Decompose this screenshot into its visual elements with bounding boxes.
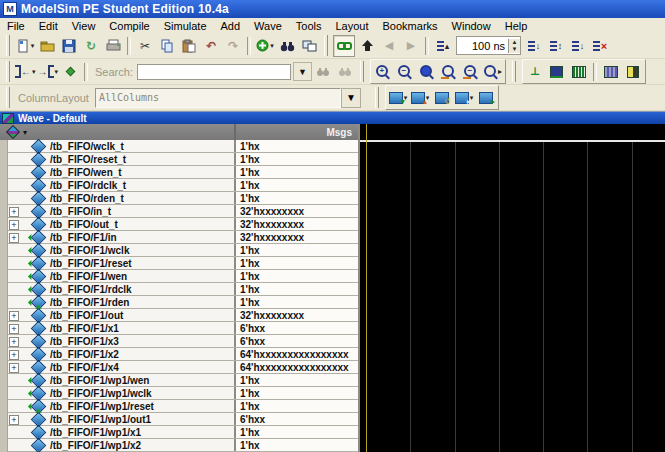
wave-edge-button[interactable]: ⊥ (525, 62, 545, 82)
restart-button[interactable]: ▴ (433, 36, 453, 56)
zoom-full-button[interactable] (417, 62, 437, 82)
wave-partial-button[interactable] (623, 62, 643, 82)
reload-button[interactable]: ↻ (81, 36, 101, 56)
menu-item-add[interactable]: Add (214, 20, 248, 32)
wave-dense-button[interactable] (569, 62, 589, 82)
add-selected-caret-icon[interactable]: ▾ (270, 42, 274, 50)
signal-row[interactable]: +/tb_FIFO/in_t32'hxxxxxxxx (0, 205, 358, 218)
menu-item-bookmarks[interactable]: Bookmarks (376, 20, 445, 32)
waveform-canvas[interactable] (360, 124, 665, 452)
copy-button[interactable] (157, 36, 177, 56)
search-input[interactable] (137, 64, 291, 80)
signal-row[interactable]: /tb_FIFO/F1/wp1/x21'hx (0, 439, 358, 452)
column-layout-value[interactable]: AllColumns (95, 88, 341, 108)
signal-row[interactable]: /tb_FIFO/F1/wp1/reset1'hx (0, 400, 358, 413)
toolbar-gripper[interactable] (6, 61, 10, 82)
signal-row[interactable]: /tb_FIFO/F1/rden1'hx (0, 296, 358, 309)
zoom-in-button[interactable]: + (373, 62, 393, 82)
signal-row[interactable]: +/tb_FIFO/F1/wp1/out16'hxx (0, 413, 358, 426)
column-layout-dropdown-button[interactable]: ▼ (341, 88, 361, 108)
time-cursor[interactable] (366, 124, 367, 452)
toolbar-gripper[interactable] (6, 35, 10, 56)
signal-row[interactable]: /tb_FIFO/F1/wclk1'hx (0, 244, 358, 257)
undo-button[interactable]: ↶ (201, 36, 221, 56)
redo-button[interactable]: ↷ (223, 36, 243, 56)
print-button[interactable] (103, 36, 123, 56)
menu-item-window[interactable]: Window (445, 20, 498, 32)
menu-item-help[interactable]: Help (498, 20, 535, 32)
menu-item-compile[interactable]: Compile (102, 20, 156, 32)
collapse-time-button[interactable]: ▸ (476, 88, 496, 108)
toolbar-gripper[interactable] (324, 35, 328, 56)
menu-item-tools[interactable]: Tools (289, 20, 329, 32)
break-button[interactable]: × (590, 36, 610, 56)
zoom-range-button[interactable]: − (461, 62, 481, 82)
signal-row[interactable]: /tb_FIFO/rden_t1'hx (0, 192, 358, 205)
menu-item-wave[interactable]: Wave (247, 20, 289, 32)
show-drivers-button[interactable] (60, 62, 80, 82)
signal-row[interactable]: /tb_FIFO/F1/wp1/x11'hx (0, 426, 358, 439)
expand-toggle[interactable]: + (9, 220, 19, 230)
menu-item-view[interactable]: View (65, 20, 103, 32)
cut-button[interactable]: ✂ (135, 36, 155, 56)
run-length-input[interactable] (457, 39, 508, 53)
signal-row[interactable]: /tb_FIFO/rdclk_t1'hx (0, 179, 358, 192)
signal-row[interactable]: +/tb_FIFO/F1/out32'hxxxxxxxx (0, 309, 358, 322)
expand-toggle[interactable]: + (9, 311, 19, 321)
expanded-time-toggle-button[interactable]: ↺ (432, 88, 452, 108)
signal-row[interactable]: /tb_FIFO/F1/wp1/wclk1'hx (0, 387, 358, 400)
run-length-increment-button[interactable]: ▲ (509, 39, 520, 46)
signal-row[interactable]: /tb_FIFO/F1/wen1'hx (0, 270, 358, 283)
menu-item-layout[interactable]: Layout (329, 20, 376, 32)
link-environment-button[interactable] (333, 35, 355, 57)
forward-button[interactable]: ▶ (401, 36, 421, 56)
run-button[interactable]: ↓ (524, 36, 544, 56)
toolbar-gripper[interactable] (360, 61, 364, 82)
up-level-button[interactable] (357, 36, 377, 56)
zoom-mode-button[interactable]: ▸ (483, 62, 503, 82)
menu-item-simulate[interactable]: Simulate (157, 20, 214, 32)
menu-item-file[interactable]: File (0, 20, 32, 32)
signal-row[interactable]: +/tb_FIFO/F1/x16'hxx (0, 322, 358, 335)
insert-after-caret-icon[interactable]: ▾ (55, 68, 59, 76)
column-layout-combobox[interactable]: AllColumns ▼ (95, 89, 361, 107)
search-down-button[interactable] (313, 62, 333, 82)
toolbar-gripper[interactable] (512, 61, 516, 82)
open-folder-button[interactable] (37, 36, 57, 56)
wave-compare-button[interactable] (601, 62, 621, 82)
signal-row[interactable]: +/tb_FIFO/out_t32'hxxxxxxxx (0, 218, 358, 231)
show-windows-button[interactable] (299, 36, 319, 56)
expand-toggle[interactable]: + (9, 207, 19, 217)
insert-before-caret-icon[interactable]: ▾ (32, 68, 36, 76)
wave-panel-titlebar[interactable]: Wave - Default (0, 111, 665, 124)
run-length-spinbox[interactable]: ▲ ▼ (456, 36, 521, 55)
expand-toggle[interactable]: + (9, 350, 19, 360)
toolbar-gripper[interactable] (6, 87, 10, 108)
expand-time-button[interactable]: ▸ ▾ (454, 88, 474, 108)
expand-toggle[interactable]: + (9, 324, 19, 334)
add-selected-button[interactable]: ▾ (255, 36, 275, 56)
run-length-decrement-button[interactable]: ▼ (509, 46, 520, 53)
expanded-time-deltas-button[interactable]: ▾ ▾ (388, 88, 408, 108)
zoom-cursor-button[interactable] (439, 62, 459, 82)
signal-row[interactable]: /tb_FIFO/reset_t1'hx (0, 153, 358, 166)
signal-row[interactable]: +/tb_FIFO/F1/x36'hxx (0, 335, 358, 348)
new-document-caret-icon[interactable]: ▾ (31, 42, 35, 50)
run-all-button[interactable]: ↕ (546, 36, 566, 56)
expanded-time-events-button[interactable]: ▴ ▾ (410, 88, 430, 108)
back-button[interactable]: ◀ (379, 36, 399, 56)
toolbar-gripper[interactable] (375, 87, 379, 108)
signal-row[interactable]: /tb_FIFO/F1/rdclk1'hx (0, 283, 358, 296)
expand-toggle[interactable]: + (9, 337, 19, 347)
signal-row[interactable]: /tb_FIFO/wen_t1'hx (0, 166, 358, 179)
insert-before-button[interactable]: ← ▾ (15, 62, 36, 82)
search-dropdown-button[interactable]: ▼ (293, 62, 312, 81)
signal-row[interactable]: /tb_FIFO/F1/reset1'hx (0, 257, 358, 270)
paste-button[interactable] (179, 36, 199, 56)
signal-row[interactable]: +/tb_FIFO/F1/in32'hxxxxxxxx (0, 231, 358, 244)
zoom-out-button[interactable]: − (395, 62, 415, 82)
signal-name-column-header[interactable]: ▾ (0, 124, 236, 140)
signal-row[interactable]: /tb_FIFO/F1/wp1/wen1'hx (0, 374, 358, 387)
wave-block-button[interactable] (547, 62, 567, 82)
search-up-button[interactable] (335, 62, 355, 82)
